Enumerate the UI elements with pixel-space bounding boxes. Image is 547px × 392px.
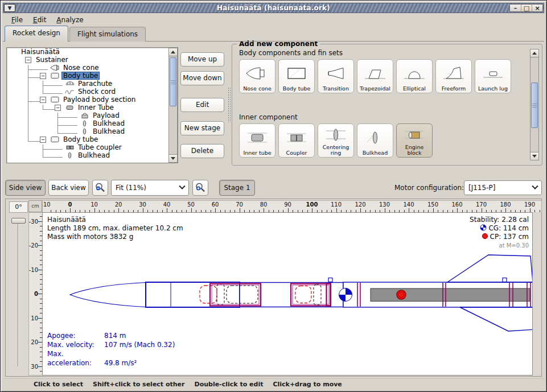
component-button-bulkhead[interactable]: Bulkhead (357, 123, 393, 158)
add-component-scrollbar[interactable] (530, 49, 539, 160)
tree-expander-icon[interactable]: − (40, 137, 46, 143)
maximize-button[interactable]: □ (521, 5, 532, 11)
payload-icon (80, 112, 90, 119)
tree-item-label[interactable]: Bulkhead (76, 152, 112, 159)
move-down-button[interactable]: Move down (180, 71, 224, 85)
tree-guide-line (57, 125, 77, 126)
tree-item-label[interactable]: Nose cone (61, 64, 101, 71)
scroll-down-icon[interactable] (169, 154, 177, 162)
tree-item-label[interactable]: Shock cord (76, 88, 117, 95)
component-button-transition[interactable]: Transition (318, 59, 354, 93)
tree-item-payload-body-section[interactable]: −Payload body section (7, 96, 168, 104)
tree-scrollbar-thumb[interactable] (170, 57, 176, 106)
component-button-nose-cone[interactable]: Nose cone (239, 59, 275, 93)
tree-item-label[interactable]: Parachute (76, 80, 114, 87)
menu-file[interactable]: File (6, 15, 28, 25)
apogee-label: Apogee: (47, 331, 104, 340)
tree-item-body-tube[interactable]: −Body tube (7, 135, 168, 143)
tree-item-label[interactable]: Body tube (61, 72, 100, 80)
tree-guide-line (43, 149, 63, 150)
component-button-elliptical[interactable]: Elliptical (396, 59, 433, 93)
zoom-in-button[interactable] (192, 180, 208, 196)
rotation-slider-handle[interactable] (11, 218, 26, 224)
tree-item-bulkhead[interactable]: Bulkhead (7, 119, 168, 127)
tree-item-sustainer[interactable]: −Sustainer (7, 56, 168, 64)
component-button-label: Bulkhead (363, 150, 388, 156)
tree-item-parachute[interactable]: Parachute (7, 80, 168, 88)
tree-expander-icon[interactable]: − (55, 105, 61, 111)
tree-expander-icon[interactable]: − (40, 73, 46, 79)
engine-block-icon (402, 127, 427, 143)
tree-item-body-tube[interactable]: −Body tube (7, 72, 168, 80)
tree-item-label[interactable]: Inner Tube (76, 104, 116, 111)
rocket-canvas[interactable]: Haisunäätä Length 189 cm, max. diameter … (42, 212, 533, 376)
edit-button[interactable]: Edit (180, 98, 224, 112)
component-button-label: Transition (323, 86, 349, 92)
tree-item-label[interactable]: Payload body section (61, 96, 137, 103)
tree-item-bulkhead[interactable]: Bulkhead (7, 151, 168, 159)
coupler-icon (65, 144, 75, 151)
tree-item-payload[interactable]: Payload (7, 112, 168, 119)
motor-configuration-select[interactable]: [J115-P] (464, 180, 542, 195)
trapezoidal-fin-icon (363, 65, 388, 81)
tree-item-tube-coupler[interactable]: Tube coupler (7, 143, 168, 151)
component-button-freeform[interactable]: Freeform (435, 59, 472, 93)
scroll-up-icon[interactable] (169, 48, 177, 56)
bulkhead-icon (80, 128, 90, 135)
velocity-label: Max. velocity: (47, 340, 104, 349)
component-button-coupler[interactable]: Coupler (278, 123, 315, 158)
tab-rocket-design[interactable]: Rocket design (5, 26, 68, 42)
cp-icon (482, 233, 488, 240)
tree-item-label[interactable]: Payload (91, 112, 121, 119)
tree-item-label[interactable]: Bulkhead (91, 128, 126, 135)
tree-item-bulkhead[interactable]: Bulkhead (7, 127, 168, 135)
tree-item-label[interactable]: Tube coupler (76, 144, 124, 151)
zoom-level-select[interactable]: Fit (11%) (111, 180, 189, 196)
tree-expander-icon[interactable]: − (40, 97, 46, 103)
tab-bar: Rocket design Flight simulations (5, 26, 147, 42)
side-view-button[interactable]: Side view (5, 180, 46, 196)
bodytube-icon (50, 96, 60, 103)
component-button-label: Freeform (442, 86, 466, 92)
window-menu-icon[interactable]: ▼ (4, 4, 15, 12)
tree-item-haisun-t-[interactable]: Haisunäätä (7, 48, 168, 56)
tree-item-shock-cord[interactable]: Shock cord (7, 88, 168, 96)
minimize-button[interactable]: – (510, 5, 521, 11)
rocket-mass: Mass with motors 3832 g (47, 233, 183, 241)
tree-item-nose-cone[interactable]: Nose cone (7, 64, 168, 72)
tree-scrollbar[interactable] (168, 48, 178, 163)
close-button[interactable]: × (532, 5, 542, 11)
tab-flight-simulations[interactable]: Flight simulations (69, 27, 146, 42)
tree-item-label[interactable]: Bulkhead (91, 120, 126, 127)
body-components-label: Body components and fin sets (239, 49, 343, 57)
title-bar: ▼ Haisunäätä (haisunaata.ork) – □ × (3, 3, 544, 13)
rotation-angle-display[interactable]: 0° (9, 201, 28, 213)
add-component-scrollbar-thumb[interactable] (531, 82, 538, 128)
splitter-handle[interactable] (228, 87, 231, 122)
new-stage-button[interactable]: New stage (180, 121, 224, 135)
component-button-inner-tube[interactable]: Inner tube (239, 123, 275, 158)
back-view-button[interactable]: Back view (48, 180, 89, 196)
mach-condition: at M=0.30 (470, 241, 529, 250)
tree-item-inner-tube[interactable]: −Inner Tube (7, 104, 168, 112)
tree-item-label[interactable]: Sustainer (34, 56, 70, 63)
stage-1-toggle[interactable]: Stage 1 (219, 180, 255, 196)
menu-analyze[interactable]: Analyze (51, 15, 88, 25)
menu-edit[interactable]: Edit (28, 15, 51, 25)
component-tree[interactable]: Haisunäätä−SustainerNose cone−Body tubeP… (7, 48, 168, 163)
delete-button[interactable]: Delete (180, 144, 224, 158)
cp-marker (397, 290, 406, 299)
scroll-up-icon[interactable] (530, 49, 538, 57)
tree-item-label[interactable]: Body tube (61, 136, 100, 143)
tree-item-label[interactable]: Haisunäätä (19, 48, 61, 55)
component-button-launch-lug[interactable]: Launch lug (475, 59, 511, 93)
move-up-button[interactable]: Move up (180, 52, 224, 67)
component-button-trapezoidal[interactable]: Trapezoidal (357, 59, 393, 93)
tree-expander-icon[interactable]: − (25, 57, 31, 63)
scroll-down-icon[interactable] (530, 152, 538, 160)
component-button-engine-block[interactable]: Engine block (396, 123, 433, 158)
tree-guide-line (28, 141, 40, 142)
zoom-out-button[interactable] (92, 180, 108, 196)
component-button-centering-ring[interactable]: Centering ring (318, 123, 354, 158)
component-button-body-tube[interactable]: Body tube (278, 59, 315, 93)
